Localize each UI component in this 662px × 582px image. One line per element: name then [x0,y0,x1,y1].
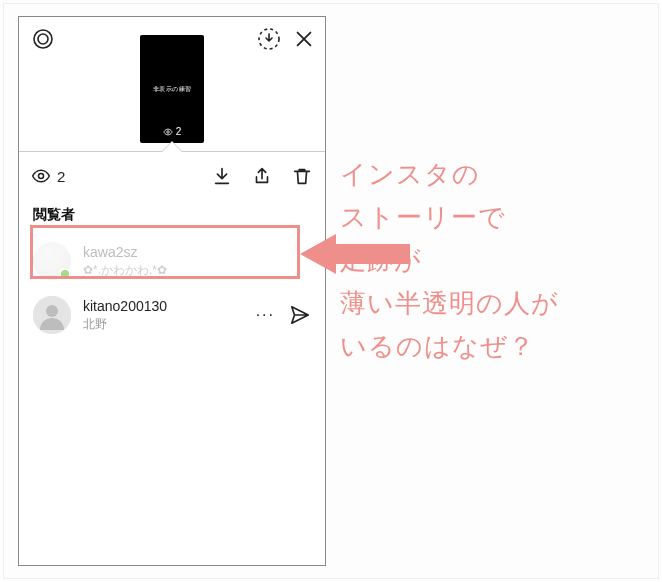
viewer-row[interactable]: kitano200130 北野 ··· [19,288,325,342]
viewer-displayname: ✿*.かわかわ.*✿ [83,263,311,279]
eye-icon [31,166,51,186]
settings-icon[interactable] [31,27,55,51]
viewer-username: kawa2sz [83,244,311,261]
thumbnail-pointer [162,142,182,152]
story-view-count: 2 [176,126,182,137]
trash-icon[interactable] [291,165,313,187]
svg-point-6 [46,305,58,317]
viewers-heading: 閲覧者 [19,200,325,234]
viewer-displayname: 北野 [83,317,244,333]
viewer-toolbar: 2 [19,152,325,200]
phone-frame: 非表示の練習 2 2 [18,16,326,566]
story-views-overlay: 2 [163,126,182,137]
annotation-line: インスタの [340,153,559,196]
share-icon[interactable] [251,165,273,187]
svg-point-0 [34,30,52,48]
download-icon[interactable] [211,165,233,187]
avatar [33,296,71,334]
story-caption: 非表示の練習 [153,85,192,94]
close-icon[interactable] [293,28,315,50]
avatar [33,242,71,280]
send-icon[interactable] [289,304,311,326]
svg-point-3 [166,130,169,133]
view-count: 2 [31,166,65,186]
more-icon[interactable]: ··· [256,306,275,324]
annotation-line: いるのはなぜ？ [340,325,559,368]
online-indicator [59,268,71,280]
story-header: 非表示の練習 2 [19,17,325,152]
save-icon[interactable] [257,27,281,51]
annotation-line: 薄い半透明の人が [340,282,559,325]
story-thumbnail[interactable]: 非表示の練習 2 [140,35,204,143]
annotation-line: ストーリーで [340,196,559,239]
viewer-username: kitano200130 [83,298,244,315]
view-count-number: 2 [57,168,65,185]
svg-point-4 [39,174,44,179]
svg-point-1 [38,34,48,44]
viewer-row[interactable]: kawa2sz ✿*.かわかわ.*✿ [19,234,325,288]
annotation-text: インスタの ストーリーで 足跡が 薄い半透明の人が いるのはなぜ？ [340,153,559,367]
annotation-line: 足跡が [340,239,559,282]
